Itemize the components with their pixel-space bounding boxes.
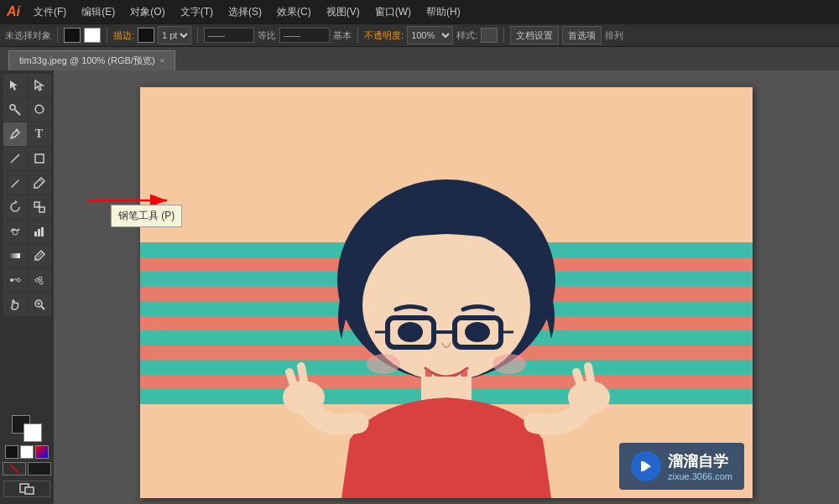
svg-point-48 [398, 322, 423, 342]
svg-line-7 [39, 179, 43, 183]
hand-tool[interactable] [3, 293, 27, 316]
shape-tool[interactable] [28, 147, 51, 170]
title-bar: Ai 文件(F) 编辑(E) 对象(O) 文字(T) 选择(S) 效果(C) 视… [0, 0, 839, 23]
tool-row-6 [3, 195, 51, 219]
toolbox: T [0, 70, 54, 504]
ai-logo: Ai [7, 4, 20, 19]
extra-swatch[interactable] [28, 462, 51, 475]
menu-edit[interactable]: 编辑(E) [76, 3, 120, 21]
style-label: 样式: [456, 29, 477, 42]
svg-line-0 [15, 110, 20, 115]
menu-window[interactable]: 窗口(W) [370, 3, 416, 21]
menu-help[interactable]: 帮助(H) [421, 3, 466, 21]
brush-tool[interactable] [3, 171, 27, 195]
fill-swatch[interactable] [84, 28, 101, 43]
svg-point-50 [367, 354, 400, 374]
svg-point-18 [17, 278, 20, 282]
gradient-tool[interactable] [3, 244, 27, 268]
svg-point-51 [492, 354, 526, 374]
warp-tool[interactable] [3, 220, 27, 243]
basic-label: 基本 [333, 29, 352, 42]
type-tool[interactable]: T [28, 122, 51, 146]
svg-line-55 [301, 366, 304, 381]
menu-effect[interactable]: 效果(C) [272, 3, 316, 21]
first-item-button[interactable]: 首选项 [562, 26, 602, 44]
tool-row-2 [3, 98, 51, 122]
document-tab[interactable]: tim33g.jpeg @ 100% (RGB/预览) × [8, 50, 175, 70]
line-tool[interactable] [3, 147, 27, 170]
svg-line-54 [289, 372, 294, 385]
svg-rect-12 [34, 231, 37, 236]
toolbar-sep-1 [57, 28, 58, 43]
stroke-size-input[interactable]: 1 pt [158, 26, 191, 44]
basic-select[interactable]: —— [279, 28, 330, 43]
tool-row-4 [3, 147, 51, 170]
select-tool[interactable] [3, 74, 27, 97]
svg-rect-13 [38, 229, 40, 236]
rotate-tool[interactable] [3, 195, 27, 219]
menu-text[interactable]: 文字(T) [175, 3, 218, 21]
toolbar: 未选择对象 描边: 1 pt —— 等比 —— 基本 不透明度: 100% 样式… [0, 23, 839, 47]
svg-point-4 [15, 129, 18, 132]
gradient-swatch[interactable] [35, 445, 49, 459]
black-swatch[interactable] [5, 445, 18, 459]
svg-rect-9 [39, 207, 44, 212]
tool-row-3: T [3, 122, 51, 146]
menu-view[interactable]: 视图(V) [321, 3, 365, 21]
toolbar-sep-2 [107, 28, 107, 43]
menu-select[interactable]: 选择(S) [223, 3, 267, 21]
svg-line-16 [36, 252, 43, 259]
svg-point-21 [39, 281, 43, 284]
svg-rect-15 [10, 253, 20, 258]
pencil-tool[interactable] [28, 171, 51, 195]
zoom-tool[interactable] [28, 293, 51, 316]
none-swatch[interactable] [3, 462, 26, 475]
svg-rect-14 [41, 227, 44, 236]
svg-point-53 [283, 381, 325, 414]
svg-point-17 [10, 278, 13, 282]
selection-label: 未选择对象 [5, 29, 51, 42]
tool-row-7 [3, 220, 51, 243]
white-swatch[interactable] [20, 445, 34, 459]
layer-icon[interactable] [3, 481, 50, 497]
svg-line-5 [11, 154, 19, 163]
svg-line-57 [576, 372, 581, 385]
scale-tool[interactable] [28, 195, 51, 219]
svg-point-11 [13, 230, 18, 235]
lasso-tool[interactable] [28, 98, 51, 122]
svg-line-58 [588, 366, 591, 381]
watermark-subtitle: zixue.3066.com [668, 471, 732, 481]
style-swatch[interactable] [481, 28, 498, 43]
blend-tool[interactable] [3, 268, 27, 292]
direct-select-tool[interactable] [28, 74, 51, 97]
svg-rect-60 [641, 461, 644, 471]
doc-settings-button[interactable]: 文档设置 [510, 26, 559, 44]
menu-file[interactable]: 文件(F) [29, 3, 71, 21]
watermark: 溜溜自学 zixue.3066.com [619, 443, 744, 490]
toolbar-sep-5 [503, 28, 504, 43]
magic-wand-tool[interactable] [3, 98, 27, 122]
opacity-input[interactable]: 100% [407, 26, 453, 44]
pen-tool[interactable] [3, 122, 27, 146]
background-svg [140, 87, 753, 498]
color-swatches[interactable] [12, 415, 42, 442]
color-swatch[interactable] [64, 28, 81, 43]
tab-bar: tim33g.jpeg @ 100% (RGB/预览) × [0, 47, 839, 70]
svg-line-26 [10, 465, 18, 473]
svg-point-20 [39, 277, 42, 280]
svg-point-49 [465, 322, 490, 342]
symbol-tool[interactable] [28, 268, 51, 292]
tab-close-button[interactable]: × [160, 56, 165, 65]
toolbar-sep-4 [357, 28, 358, 43]
watermark-icon [631, 451, 661, 481]
graph-tool[interactable] [28, 220, 51, 243]
background-color[interactable] [23, 423, 42, 442]
canvas-container: 溜溜自学 zixue.3066.com [140, 87, 753, 498]
menu-object[interactable]: 对象(O) [125, 3, 169, 21]
tool-row-9 [3, 268, 51, 292]
eyedropper-tool[interactable] [28, 244, 51, 268]
stroke-color[interactable] [138, 28, 154, 43]
stroke-style[interactable]: —— [204, 28, 254, 43]
svg-rect-28 [25, 487, 34, 494]
watermark-title: 溜溜自学 [668, 451, 732, 471]
